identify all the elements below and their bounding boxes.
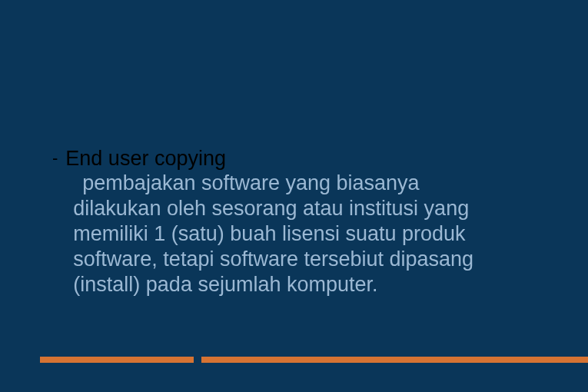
item-heading: End user copying: [65, 147, 226, 170]
accent-bar-long: [201, 357, 588, 363]
item-body: pembajakan software yang biasanya dilaku…: [73, 171, 542, 297]
footer-decoration: [40, 357, 588, 363]
bullet-item: - End user copying pembajakan software y…: [52, 146, 542, 297]
text-block: End user copying pembajakan software yan…: [65, 146, 542, 297]
accent-bar-gap: [194, 357, 201, 363]
body-first-line: pembajakan software yang biasanya: [73, 171, 542, 196]
body-rest: dilakukan oleh sesorang atau institusi y…: [73, 197, 473, 296]
bullet-dash: -: [52, 146, 58, 171]
slide-content: - End user copying pembajakan software y…: [52, 146, 542, 297]
accent-bar-short: [40, 357, 194, 363]
